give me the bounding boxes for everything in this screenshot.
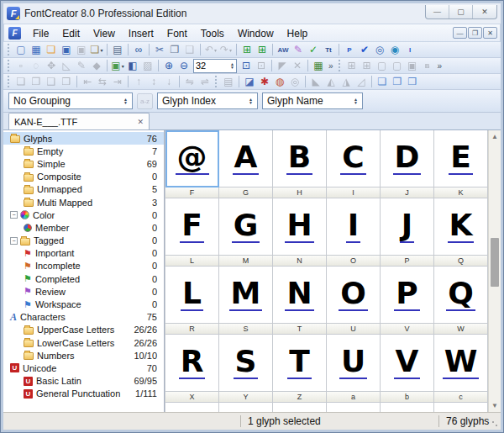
align-top-icon[interactable]: ↑ [131,75,146,89]
save-icon[interactable]: ▣ [59,43,74,57]
tree-item-characters[interactable]: ACharacters75 [3,311,164,324]
glyph-transformer-icon[interactable]: ✎ [291,43,306,57]
vertical-scrollbar[interactable]: ▲ ▼ [488,130,501,412]
flip-vertical-icon[interactable]: ◮ [339,75,354,89]
glyph-cell-F[interactable]: @ [165,130,219,187]
toggle-contrast-icon[interactable]: ◧ [125,59,140,73]
zoom-selection-icon[interactable]: ⊡ [254,59,269,73]
glyph-cell-X[interactable]: R [165,335,219,392]
spinner-icon[interactable]: ▲▼ [230,62,234,69]
glyph-cell-G[interactable]: A [219,130,273,187]
menu-tools[interactable]: Tools [194,26,231,41]
bring-to-front-icon[interactable]: ❏ [13,75,29,89]
zoom-out-icon[interactable]: ⊖ [176,59,192,73]
print-icon[interactable]: ▤ [110,43,125,57]
spinner-icon[interactable]: ▲▼ [354,98,358,104]
tree-item-numbers[interactable]: Numbers10/10 [3,349,164,362]
glyph-cell-b[interactable]: V [381,335,434,392]
glyph-cell-N[interactable]: H [273,198,327,256]
spinner-icon[interactable]: ▲▼ [123,98,128,104]
tree-item-important[interactable]: ⚑Important0 [3,247,164,260]
skew-icon[interactable]: ◿ [354,75,369,89]
show-bearings-icon[interactable]: B [420,59,435,73]
tree-item-empty[interactable]: Empty7 [3,145,164,157]
tree-item-general-punctuation[interactable]: UGeneral Punctuation1/111 [3,388,164,400]
glyph-cell-K[interactable]: E [434,130,488,187]
send-backward-icon[interactable]: ❒ [59,75,74,89]
insert-glyphs-icon[interactable]: ⊞ [255,43,270,57]
distribute-h-icon[interactable]: ⇋ [182,75,197,89]
rotate-3d-icon[interactable]: ◍ [272,75,287,89]
undo-icon[interactable]: ↶▾ [203,43,218,57]
glyph-cell-T[interactable]: N [273,267,327,324]
glyph-properties-icon[interactable]: ▤ [221,75,236,89]
tree-item-color[interactable]: −Color0 [3,209,164,221]
new-project-icon[interactable]: ▦ [29,43,44,57]
glyph-cell-O[interactable]: I [327,198,381,256]
import-image-icon[interactable]: ▣▾ [110,59,125,73]
scroll-up-icon[interactable]: ▲ [489,130,501,143]
tab-font-document[interactable]: KAN-E___.TTF ✕ [8,113,150,129]
collapse-icon[interactable]: − [10,237,18,245]
glyph-cell-Z[interactable]: T [273,335,327,392]
flip-diagonal-icon[interactable]: ◣ [308,75,323,89]
show-guidelines-icon[interactable]: ▢ [375,59,390,73]
menu-help[interactable]: Help [281,26,315,41]
sort-secondary-select[interactable]: Glyph Name ▲▼ [262,92,363,109]
bring-forward-icon[interactable]: ❑ [44,75,59,89]
scrollbar-track[interactable] [489,143,501,399]
align-right-icon[interactable]: ⇥ [110,75,125,89]
glyph-cell-Q[interactable]: K [434,198,488,256]
tree-item-unmapped[interactable]: Unmapped5 [3,183,164,196]
insert-code-icon[interactable]: I [402,43,417,57]
draw-tool-icon[interactable]: ✎ [74,59,89,73]
lasso-icon[interactable]: ◌ [29,59,44,73]
metrics-view-icon[interactable]: ▨ [140,59,155,73]
resize-grip[interactable] [491,420,499,428]
glyph-cell-H[interactable]: B [273,130,327,187]
validate-icon[interactable]: ✔ [357,43,372,57]
title-bar[interactable]: F FontCreator 8.0 Professional Edition —… [3,3,501,24]
overlap-icon[interactable]: ✱ [257,75,272,89]
grouping-select[interactable]: No Grouping ▲▼ [8,92,133,109]
export-font-icon[interactable]: ❏▾ [89,43,104,57]
tree-item-basic-latin[interactable]: UBasic Latin69/95 [3,375,164,388]
glyph-cell-W[interactable]: Q [434,267,488,324]
align-middle-icon[interactable]: ↕ [146,75,161,89]
preview-icon[interactable]: P [342,43,357,57]
menu-window[interactable]: Window [231,26,281,41]
glyph-cell-M[interactable]: G [219,198,273,256]
pointer-mode-icon[interactable]: ◤ [275,59,290,73]
toolbar-grip[interactable] [8,76,11,87]
tree-item-unicode[interactable]: UUnicode70 [3,362,164,374]
glyph-cell-I[interactable]: C [327,130,381,187]
toolbar-grip[interactable] [8,44,11,55]
weld-intersect-icon[interactable]: ❐ [390,75,405,89]
zoom-in-icon[interactable]: ⊕ [161,59,176,73]
zoom-level-input[interactable]: 32▲▼ [193,59,237,73]
smart-snap-icon[interactable]: ▣ [405,59,420,73]
maximize-button[interactable]: ▢ [449,5,473,18]
find-icon[interactable]: ∞ [131,43,146,57]
background-image-icon[interactable]: ▦ [311,59,326,73]
tree-item-member[interactable]: Member0 [3,221,164,234]
distribute-v-icon[interactable]: ⇌ [197,75,213,89]
glyph-cell-Y[interactable]: S [219,335,273,392]
glyph-cell-c[interactable]: W [434,335,488,392]
menu-insert[interactable]: Insert [122,26,160,41]
tab-close-icon[interactable]: ✕ [137,118,144,126]
overflow-chevron-icon[interactable]: » [328,61,333,71]
align-center-icon[interactable]: ⇆ [95,75,110,89]
insert-characters-icon[interactable]: ⊞ [239,43,255,57]
mdi-close-button[interactable]: ✕ [483,27,497,39]
validation-wizard-icon[interactable]: ✓ [306,43,321,57]
contour-tool-icon[interactable]: ◺ [59,59,74,73]
tree-item-multi-mapped[interactable]: Multi Mapped3 [3,196,164,209]
tree-item-uppercase-letters[interactable]: UpperCase Letters26/26 [3,324,164,336]
eraser-icon[interactable]: ◪ [242,75,257,89]
tree-item-simple[interactable]: Simple69 [3,157,164,170]
glyph-cell-R[interactable]: L [165,267,219,324]
tree-item-review[interactable]: ⚑Review0 [3,285,164,298]
tree-item-completed[interactable]: ⚑Completed0 [3,272,164,285]
flip-horizontal-icon[interactable]: ◭ [323,75,339,89]
